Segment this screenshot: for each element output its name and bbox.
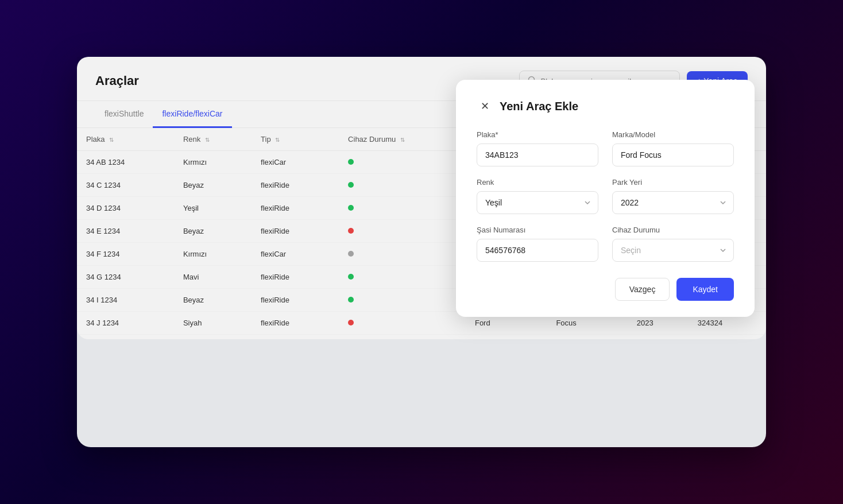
plaka-label: Plaka* [477,130,598,139]
form-group-marka-model: Marka/Model [612,130,734,166]
form-group-park-yeri: Park Yeri 2022 2020 2021 2023 2024 [612,178,734,214]
cihaz-select[interactable]: Seçin Aktif Pasif Arızalı [612,239,734,262]
modal-title: Yeni Araç Ekle [500,100,578,113]
sasi-label: Şasi Numarası [477,226,598,234]
cancel-button[interactable]: Vazgeç [615,278,670,301]
renk-select[interactable]: Yeşil Kırmızı Beyaz Mavi Siyah [477,191,598,214]
plaka-input[interactable] [477,144,598,166]
form-group-renk: Renk Yeşil Kırmızı Beyaz Mavi Siyah [477,178,598,214]
marka-model-input[interactable] [612,144,734,166]
renk-label: Renk [477,178,598,187]
new-vehicle-modal: ✕ Yeni Araç Ekle Plaka* Marka/Model Renk [456,80,755,317]
form-group-plaka: Plaka* [477,130,598,166]
marka-model-label: Marka/Model [612,130,734,139]
modal-overlay: ✕ Yeni Araç Ekle Plaka* Marka/Model Renk [77,57,766,447]
modal-footer: Vazgeç Kaydet [477,278,734,301]
form-group-cihaz: Cihaz Durumu Seçin Aktif Pasif Arızalı [612,226,734,262]
modal-header: ✕ Yeni Araç Ekle [477,98,734,114]
form-grid: Plaka* Marka/Model Renk Yeşil Kırmızı Be… [477,130,734,262]
cihaz-label: Cihaz Durumu [612,226,734,234]
form-group-sasi: Şasi Numarası [477,226,598,262]
park-yeri-label: Park Yeri [612,178,734,187]
park-yeri-select[interactable]: 2022 2020 2021 2023 2024 [612,191,734,214]
save-button[interactable]: Kaydet [676,278,734,301]
modal-close-button[interactable]: ✕ [477,98,493,114]
sasi-input[interactable] [477,239,598,262]
